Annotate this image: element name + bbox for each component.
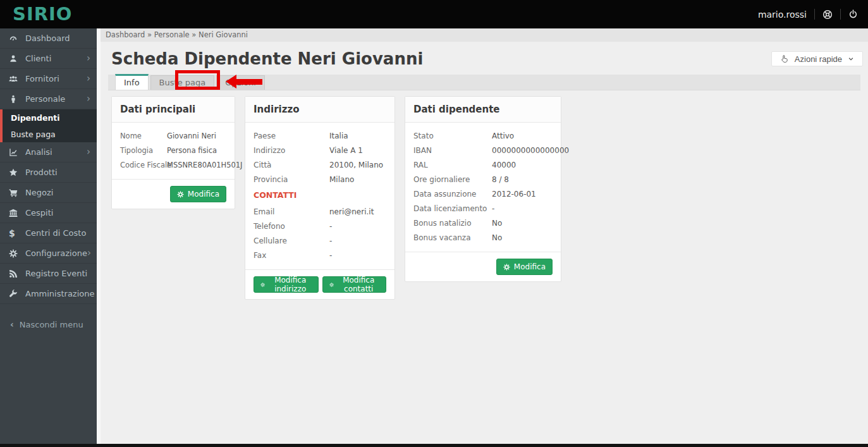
field-value: 20100, Milano — [329, 161, 383, 169]
content-area: Dashboard » Personale » Neri Giovanni Sc… — [97, 28, 868, 444]
field-label: IBAN — [413, 147, 492, 155]
sidebar-item-negozi[interactable]: Negozi — [0, 183, 97, 203]
edit-address-button[interactable]: Modifica indirizzo — [254, 276, 319, 293]
chevron-right-icon: › — [87, 248, 91, 258]
field-row: IBAN0000000000000000 — [413, 147, 553, 155]
sidebar-subitem-dipendenti[interactable]: Dipendenti — [3, 109, 97, 126]
edit-contacts-button[interactable]: Modifica contatti — [322, 276, 386, 293]
panel-body: StatoAttivo IBAN0000000000000000 RAL4000… — [405, 123, 561, 252]
contacts-section-title: CONTATTI — [254, 190, 386, 200]
field-label: Città — [254, 161, 329, 169]
field-value: Persona fisica — [167, 147, 217, 155]
gauge-icon — [9, 34, 25, 43]
sidebar-subitem-label: Dipendenti — [11, 113, 60, 123]
field-row: StatoAttivo — [413, 132, 553, 140]
tab-opzioni[interactable]: Opzioni — [216, 75, 265, 90]
field-value: Milano — [329, 176, 354, 184]
field-label: Ore giornaliere — [413, 176, 492, 184]
bank-icon — [9, 209, 25, 217]
field-label: Bonus natalizio — [413, 219, 492, 228]
sidebar-item-label: Clienti — [25, 54, 87, 63]
field-value: 8 / 8 — [492, 176, 509, 184]
cart-icon — [9, 188, 25, 197]
field-value: Giovanni Neri — [167, 132, 216, 140]
panel-body: NomeGiovanni Neri TipologiaPersona fisic… — [112, 123, 235, 179]
sidebar-item-configurazione[interactable]: Configurazione › — [0, 243, 97, 264]
panel-footer: Modifica — [112, 179, 235, 209]
sidebar-collapse[interactable]: ‹ Nascondi menu — [0, 319, 97, 329]
tab-bar: Info Buste paga Opzioni — [108, 75, 860, 90]
sidebar-item-centri-di-costo[interactable]: $ Centri di Costo — [0, 223, 97, 243]
bottom-scrollbar[interactable] — [0, 444, 868, 447]
sidebar-item-label: Configurazione — [25, 248, 87, 258]
field-value: neri@neri.it — [329, 208, 374, 216]
quick-actions-label: Azioni rapide — [795, 54, 842, 64]
wrench-icon — [9, 290, 25, 298]
sidebar-item-clienti[interactable]: Clienti › — [0, 49, 97, 69]
field-row: Cellulare- — [254, 237, 386, 245]
field-label: Fax — [254, 252, 329, 260]
sidebar-item-label: Analisi — [25, 147, 87, 157]
sidebar-subitem-label: Buste paga — [11, 130, 56, 139]
divider — [814, 9, 815, 20]
edit-main-data-button[interactable]: Modifica — [170, 186, 226, 202]
sidebar-subitem-buste-paga[interactable]: Buste paga — [3, 126, 97, 142]
field-row: TipologiaPersona fisica — [120, 147, 226, 155]
sidebar-item-dashboard[interactable]: Dashboard — [0, 28, 97, 49]
field-label: Paese — [254, 132, 329, 140]
button-label: Modifica contatti — [338, 276, 379, 293]
panel-dati-dipendente: Dati dipendente StatoAttivo IBAN00000000… — [405, 96, 561, 282]
field-value: 0000000000000000 — [492, 147, 569, 155]
sidebar-item-cespiti[interactable]: Cespiti — [0, 203, 97, 223]
panel-indirizzo: Indirizzo PaeseItalia IndirizzoViale A 1… — [245, 96, 395, 300]
field-value: 2012-06-01 — [492, 190, 536, 199]
sidebar-item-fornitori[interactable]: Fornitori › — [0, 69, 97, 89]
field-label: Telefono — [254, 223, 329, 231]
field-label: Cellulare — [254, 237, 329, 245]
divider — [840, 9, 841, 20]
sidebar-item-prodotti[interactable]: Prodotti — [0, 162, 97, 183]
app-window: SIRIO mario.rossi Dashboard Clienti › — [0, 0, 868, 447]
breadcrumb[interactable]: Dashboard » Personale » Neri Giovanni — [101, 28, 868, 42]
field-value: 40000 — [492, 161, 516, 169]
chart-icon — [9, 148, 25, 157]
person-icon — [9, 95, 25, 104]
panel-dati-principali: Dati principali NomeGiovanni Neri Tipolo… — [111, 96, 235, 209]
field-row: Bonus vacanzaNo — [413, 234, 553, 242]
chevron-right-icon: › — [87, 74, 90, 83]
gear-icon — [260, 281, 265, 288]
button-label: Modifica — [188, 190, 219, 199]
sirio-logo[interactable]: SIRIO — [13, 0, 72, 28]
field-value: Viale A 1 — [329, 147, 363, 155]
gear-icon — [503, 264, 510, 271]
edit-employee-data-button[interactable]: Modifica — [496, 259, 553, 275]
sidebar-item-registro-eventi[interactable]: Registro Eventi — [0, 264, 97, 284]
sidebar-item-label: Negozi — [25, 188, 90, 197]
field-label: Provincia — [254, 176, 329, 184]
username[interactable]: mario.rossi — [758, 9, 807, 20]
sidebar-item-label: Cespiti — [25, 208, 90, 217]
sidebar-item-personale[interactable]: Personale › — [0, 89, 97, 109]
field-label: Data assunzione — [413, 190, 492, 199]
sidebar-item-label: Personale — [25, 94, 87, 104]
sidebar-item-amministrazione[interactable]: Amministrazione — [0, 284, 97, 304]
sidebar-item-analisi[interactable]: Analisi › — [0, 142, 97, 162]
field-label: Indirizzo — [254, 147, 329, 155]
quick-actions-button[interactable]: Azioni rapide — [771, 51, 863, 66]
field-value: Attivo — [492, 132, 514, 140]
tab-info[interactable]: Info — [115, 74, 149, 90]
field-label: Codice Fiscale — [120, 161, 167, 169]
hand-pointer-icon — [780, 54, 789, 63]
field-row: RAL40000 — [413, 161, 553, 169]
field-label: Data licenziamento — [413, 205, 492, 213]
field-value: - — [329, 237, 332, 245]
tab-buste-paga[interactable]: Buste paga — [150, 75, 215, 90]
field-row: Codice FiscaleMSSNRE80A01H501J — [120, 161, 226, 169]
field-value: Italia — [329, 132, 348, 140]
globe-icon[interactable] — [822, 9, 833, 20]
field-label: RAL — [413, 161, 492, 169]
chevron-down-icon — [848, 56, 854, 62]
power-icon[interactable] — [848, 9, 858, 19]
field-row: ProvinciaMilano — [254, 176, 386, 184]
sidebar-item-label: Registro Eventi — [25, 269, 90, 278]
